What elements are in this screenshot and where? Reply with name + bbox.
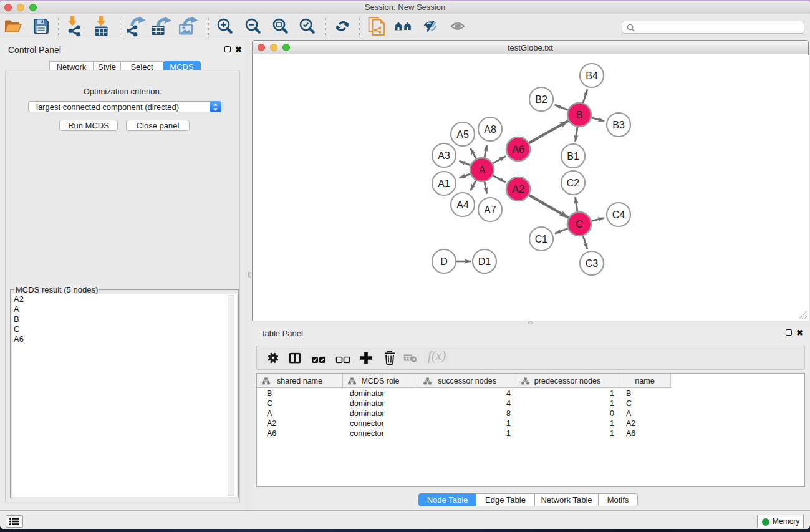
svg-text:B: B bbox=[576, 110, 583, 120]
svg-text:C1: C1 bbox=[535, 234, 548, 244]
svg-text:B1: B1 bbox=[567, 151, 579, 162]
svg-text:A4: A4 bbox=[456, 200, 469, 210]
svg-text:A8: A8 bbox=[484, 124, 496, 135]
svg-text:A5: A5 bbox=[456, 129, 469, 140]
svg-text:B4: B4 bbox=[586, 70, 598, 81]
svg-text:C3: C3 bbox=[586, 258, 599, 269]
svg-text:B3: B3 bbox=[612, 120, 625, 130]
svg-text:A2: A2 bbox=[512, 184, 524, 195]
svg-text:D: D bbox=[440, 256, 448, 267]
svg-text:A: A bbox=[479, 165, 486, 175]
svg-text:D1: D1 bbox=[478, 256, 491, 267]
svg-text:C2: C2 bbox=[567, 178, 580, 188]
svg-text:A1: A1 bbox=[438, 178, 450, 189]
svg-text:A7: A7 bbox=[484, 205, 496, 215]
svg-text:A6: A6 bbox=[512, 144, 524, 155]
svg-text:C4: C4 bbox=[612, 210, 625, 220]
svg-text:A3: A3 bbox=[438, 150, 450, 161]
svg-text:B2: B2 bbox=[535, 94, 547, 105]
svg-text:C: C bbox=[576, 219, 583, 230]
